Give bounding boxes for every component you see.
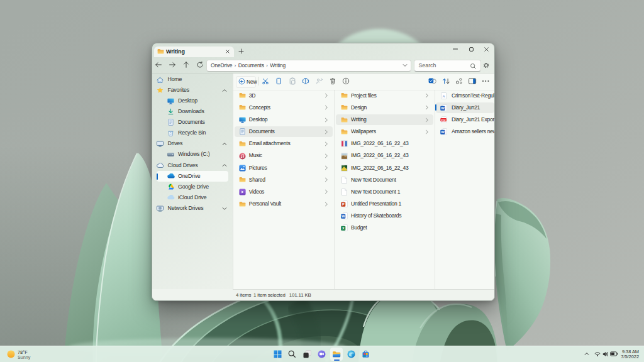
svg-text:P: P (341, 202, 344, 206)
svg-text:PDF: PDF (441, 119, 446, 122)
svg-text:W: W (341, 214, 345, 218)
svg-text:X: X (341, 226, 344, 230)
svg-text:W: W (441, 130, 445, 134)
svg-text:W: W (441, 106, 445, 110)
svg-text:A: A (442, 94, 445, 98)
